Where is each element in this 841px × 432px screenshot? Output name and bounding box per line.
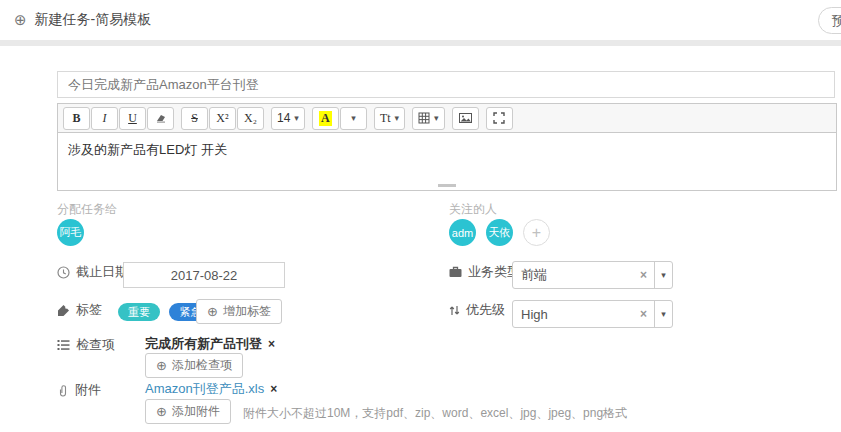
font-color-letter: A <box>319 111 332 126</box>
dropdown-toggle[interactable]: ▾ <box>654 301 672 327</box>
font-size-value: 14 <box>277 111 290 125</box>
bold-button[interactable]: B <box>63 107 90 130</box>
toolbar-group-style: Tt ▾ <box>374 107 406 130</box>
toolbar-group-script: S X² X₂ <box>181 107 265 130</box>
due-date-input[interactable] <box>123 262 285 288</box>
eraser-icon <box>155 112 167 124</box>
italic-button[interactable]: I <box>91 107 118 130</box>
add-attachment-button[interactable]: ⊕ 添加附件 <box>145 399 231 424</box>
fullscreen-button[interactable] <box>486 107 513 130</box>
add-follower-button[interactable]: + <box>523 219 550 246</box>
business-type-value: 前端 <box>513 266 633 284</box>
image-icon <box>459 112 472 124</box>
followers-label: 关注的人 <box>449 201 497 218</box>
toolbar-group-table: ▾ <box>412 107 446 130</box>
page-header: ⊕ 新建任务-简易模板 预览 <box>0 0 841 40</box>
add-checklist-item-button[interactable]: ⊕ 添加检查项 <box>145 353 243 378</box>
plus-circle-icon: ⊕ <box>156 358 167 373</box>
preview-button[interactable]: 预览 <box>818 7 841 34</box>
toolbar-group-fullscreen <box>486 107 514 130</box>
attachment-file-link[interactable]: Amazon刊登产品.xls× <box>145 380 277 398</box>
briefcase-icon <box>449 266 462 278</box>
chevron-down-icon: ▾ <box>351 113 356 123</box>
expand-icon <box>493 112 505 124</box>
font-color-caret-button[interactable]: ▾ <box>340 107 367 130</box>
text-style-button[interactable]: Tt ▾ <box>374 107 405 130</box>
attachment-label: 附件 <box>57 381 101 399</box>
editor-toolbar: B I U S X² X₂ 14 ▾ A <box>58 104 836 133</box>
table-button[interactable]: ▾ <box>412 107 445 130</box>
editor-content[interactable]: 涉及的新产品有LED灯 开关 <box>58 133 836 167</box>
insert-image-button[interactable] <box>452 107 479 130</box>
checklist-label: 检查项 <box>57 336 115 354</box>
tag-icon <box>57 304 70 317</box>
sort-arrows-icon <box>449 304 460 317</box>
plus-circle-icon: ⊕ <box>14 11 27 29</box>
table-icon <box>418 112 430 124</box>
clock-icon <box>57 266 70 279</box>
header-title-group: ⊕ 新建任务-简易模板 <box>14 0 151 40</box>
page-title: 新建任务-简易模板 <box>35 11 152 29</box>
remove-checklist-item-icon[interactable]: × <box>268 337 275 351</box>
task-title-input[interactable] <box>57 71 835 98</box>
chevron-down-icon: ▾ <box>661 309 666 319</box>
superscript-button[interactable]: X² <box>209 107 236 130</box>
plus-circle-icon: ⊕ <box>156 404 167 419</box>
tag-badge[interactable]: 重要 <box>118 303 160 321</box>
toolbar-group-basic: B I U <box>63 107 175 130</box>
paperclip-icon <box>57 384 69 397</box>
toolbar-group-image <box>452 107 480 130</box>
dropdown-toggle[interactable]: ▾ <box>654 262 672 288</box>
chevron-down-icon: ▾ <box>434 113 439 123</box>
toolbar-group-color: A ▾ <box>312 107 368 130</box>
toolbar-group-fontsize: 14 ▾ <box>271 107 306 130</box>
chevron-down-icon: ▾ <box>294 113 299 123</box>
checklist-item: 完成所有新产品刊登× <box>145 335 275 353</box>
subscript-button[interactable]: X₂ <box>237 107 264 130</box>
add-tag-button[interactable]: ⊕ 增加标签 <box>196 299 282 324</box>
font-size-button[interactable]: 14 ▾ <box>271 107 305 130</box>
priority-value: High <box>513 307 633 322</box>
editor-resize-handle[interactable] <box>438 184 456 187</box>
checklist-icon <box>57 339 70 351</box>
clear-format-button[interactable] <box>147 107 174 130</box>
font-color-button[interactable]: A <box>312 107 339 130</box>
business-type-select[interactable]: 前端 × ▾ <box>512 261 673 289</box>
new-task-page: ⊕ 新建任务-简易模板 预览 B I U S X² X₂ <box>0 0 841 432</box>
chevron-down-icon: ▾ <box>395 113 400 123</box>
plus-circle-icon: ⊕ <box>207 304 218 319</box>
assignee-avatar[interactable]: 阿毛 <box>57 219 84 246</box>
follower-avatar[interactable]: 天依 <box>486 219 513 246</box>
priority-select[interactable]: High × ▾ <box>512 300 673 328</box>
header-divider <box>0 40 841 46</box>
strikethrough-button[interactable]: S <box>181 107 208 130</box>
chevron-down-icon: ▾ <box>661 270 666 280</box>
remove-attachment-icon[interactable]: × <box>270 382 277 396</box>
clear-icon[interactable]: × <box>633 268 654 282</box>
attachment-hint: 附件大小不超过10M，支持pdf、zip、word、excel、jpg、jpeg… <box>243 405 627 422</box>
priority-label: 优先级 <box>449 301 505 319</box>
underline-button[interactable]: U <box>119 107 146 130</box>
clear-icon[interactable]: × <box>633 307 654 321</box>
assign-label: 分配任务给 <box>57 201 117 218</box>
follower-avatar[interactable]: adm <box>449 219 476 246</box>
tags-label: 标签 <box>57 301 102 319</box>
rich-text-editor: B I U S X² X₂ 14 ▾ A <box>57 103 837 191</box>
due-date-label: 截止日期 <box>57 263 128 281</box>
text-style-label: Tt <box>380 111 391 126</box>
